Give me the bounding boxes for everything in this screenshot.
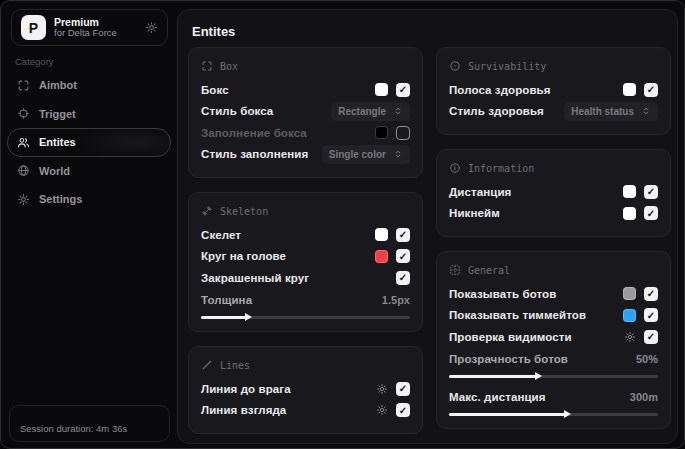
info-icon (449, 162, 461, 174)
sidebar-item-entites[interactable]: Entites (7, 128, 171, 157)
users-icon (17, 136, 30, 149)
checkbox[interactable] (644, 287, 658, 301)
checkbox[interactable] (644, 83, 658, 97)
setting-label: Линия до врага (201, 383, 291, 395)
color-swatch[interactable] (375, 228, 388, 241)
scan-frame-icon (201, 60, 213, 72)
setting-label: Стиль бокса (201, 105, 273, 117)
slider-row: Макс. дистанция 300m (449, 386, 658, 416)
panel-information: Information Дистанция Никнейм (436, 149, 671, 237)
health-style-dropdown[interactable]: Health status (564, 102, 658, 121)
slider-thumb[interactable] (245, 313, 252, 321)
slider-value: 300m (630, 391, 658, 403)
slider-thumb[interactable] (535, 372, 542, 380)
setting-label: Круг на голове (201, 250, 286, 262)
setting-row: Линия взгляда (201, 400, 410, 422)
checkbox[interactable] (396, 228, 410, 242)
setting-label: Проверка видимости (449, 331, 572, 343)
setting-row: Заполнение бокса (201, 122, 410, 144)
dropdown-value: Single color (329, 149, 386, 160)
checkbox[interactable] (396, 249, 410, 263)
panel-general: General Показывать ботов Показывать тимм… (436, 251, 671, 429)
gear-icon[interactable] (376, 404, 388, 416)
chevron-up-down-icon (393, 149, 403, 159)
bot-opacity-slider[interactable] (449, 375, 658, 378)
color-swatch[interactable] (375, 250, 388, 263)
color-swatch[interactable] (623, 207, 636, 220)
checkbox[interactable] (396, 126, 410, 140)
panel-header: Information (468, 163, 534, 174)
chevron-up-down-icon (641, 106, 651, 116)
setting-row: Бокс (201, 79, 410, 101)
setting-label: Показывать ботов (449, 288, 556, 300)
color-swatch[interactable] (375, 83, 388, 96)
checkbox[interactable] (644, 330, 658, 344)
brand-card: P Premium for Delta Force (11, 9, 168, 46)
setting-label: Бокс (201, 84, 229, 96)
column-left: Box Бокс Стиль бокса Rectangle (188, 47, 423, 434)
sidebar-item-settings[interactable]: Settings (7, 185, 171, 214)
page-title: Entites (192, 24, 235, 39)
gear-icon[interactable] (624, 331, 636, 343)
setting-row: Стиль бокса Rectangle (201, 101, 410, 123)
gear-icon[interactable] (376, 383, 388, 395)
app-subtitle: for Delta Force (54, 28, 117, 39)
setting-row: Показывать тиммейтов (449, 305, 658, 327)
slider-value: 1.5px (382, 294, 410, 306)
checkbox[interactable] (396, 83, 410, 97)
box-style-dropdown[interactable]: Rectangle (331, 102, 410, 121)
column-right: Survivability Полоса здоровья Стиль здор… (436, 47, 671, 429)
setting-row: Дистанция (449, 181, 658, 203)
checkbox[interactable] (644, 206, 658, 220)
checkbox[interactable] (396, 403, 410, 417)
setting-row: Стиль заполнения Single color (201, 144, 410, 166)
session-duration-text: Session duration: 4m 36s (20, 423, 127, 434)
setting-label: Заполнение бокса (201, 127, 307, 139)
sidebar-item-trigget[interactable]: Trigget (7, 100, 171, 129)
scan-frame-icon (17, 79, 30, 92)
crosshair-icon (17, 107, 30, 120)
setting-label: Макс. дистанция (449, 391, 546, 403)
color-swatch[interactable] (623, 309, 636, 322)
color-swatch[interactable] (623, 185, 636, 198)
sidebar-item-label: World (39, 165, 70, 177)
setting-label: Прозрачность ботов (449, 353, 568, 365)
setting-row: Никнейм (449, 203, 658, 225)
thickness-slider[interactable] (201, 316, 410, 319)
sidebar-item-aimbot[interactable]: Aimbot (7, 71, 171, 100)
panel-header: General (468, 265, 510, 276)
bone-icon (201, 205, 213, 217)
dropdown-value: Rectangle (338, 106, 386, 117)
slider-thumb[interactable] (564, 410, 571, 418)
sidebar: P Premium for Delta Force Category Aimbo… (1, 1, 177, 448)
color-swatch[interactable] (623, 287, 636, 300)
session-duration-box: Session duration: 4m 36s (9, 405, 170, 442)
sidebar-item-label: Settings (39, 193, 82, 205)
sidebar-item-label: Aimbot (39, 79, 77, 91)
panel-survivability: Survivability Полоса здоровья Стиль здор… (436, 47, 671, 135)
dropdown-value: Health status (571, 106, 634, 117)
grid-icon (449, 264, 461, 276)
slider-row: Прозрачность ботов 50% (449, 349, 658, 379)
checkbox[interactable] (396, 382, 410, 396)
checkbox[interactable] (644, 185, 658, 199)
checkbox[interactable] (396, 271, 410, 285)
max-distance-slider[interactable] (449, 413, 658, 416)
color-swatch[interactable] (375, 126, 388, 139)
panel-header: Lines (220, 360, 250, 371)
slider-value: 50% (636, 353, 658, 365)
checkbox[interactable] (644, 308, 658, 322)
sidebar-item-world[interactable]: World (7, 157, 171, 186)
fill-style-dropdown[interactable]: Single color (322, 145, 410, 164)
panel-header: Survivability (468, 61, 546, 72)
panel-header: Skeleton (220, 206, 268, 217)
circle-dot-icon (449, 60, 461, 72)
panel-box: Box Бокс Стиль бокса Rectangle (188, 47, 423, 178)
setting-label: Показывать тиммейтов (449, 309, 586, 321)
panel-skeleton: Skeleton Скелет Круг на голове (188, 192, 423, 332)
color-swatch[interactable] (623, 83, 636, 96)
sidebar-nav: Aimbot Trigget Entites World Settings (7, 71, 171, 214)
setting-row: Круг на голове (201, 246, 410, 268)
gear-icon[interactable] (145, 21, 158, 34)
setting-label: Стиль здоровья (449, 105, 544, 117)
